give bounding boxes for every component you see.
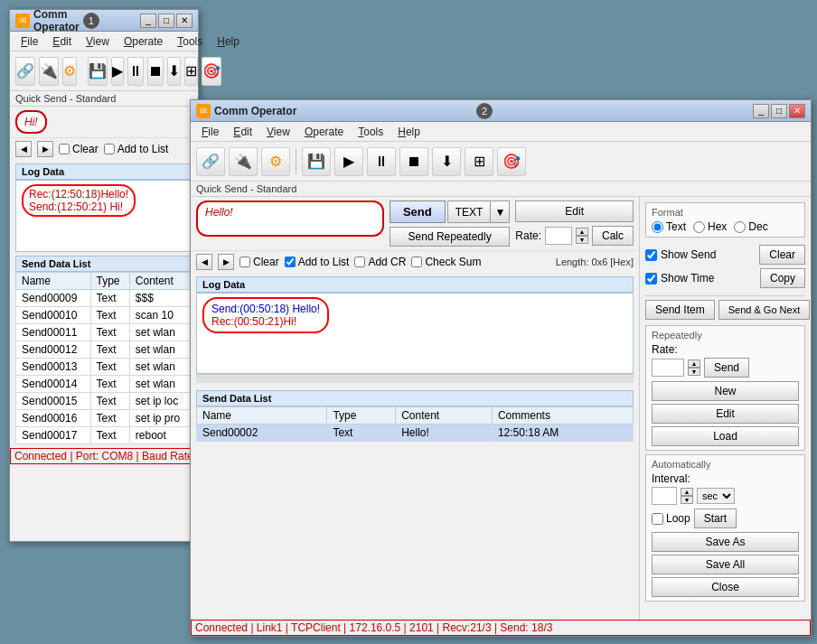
copy-btn-2[interactable]: Copy [760,268,805,288]
send-input-oval-2[interactable]: Hello! [196,201,384,237]
clear-check-2[interactable] [239,257,250,267]
addtolist-check-2[interactable] [285,257,296,267]
clear-checkbox-2[interactable]: Clear [239,256,279,268]
table-row[interactable]: Send00015Textset ip loc [16,393,193,410]
table-row[interactable]: Send00009Text$$$ [16,290,193,307]
send-go-next-btn-2[interactable]: Send & Go Next [718,300,811,320]
checksum-checkbox-2[interactable]: Check Sum [411,256,481,268]
maximize-btn-1[interactable]: □ [158,14,174,28]
tb-open-btn-2[interactable]: 🔗 [196,147,225,176]
menu-help-2[interactable]: Help [390,124,427,140]
calc-btn-2[interactable]: Calc [592,226,634,246]
tb-save-btn-2[interactable]: 💾 [302,147,331,176]
text-radio-2[interactable] [652,221,663,233]
dec-radio-2[interactable] [734,221,746,233]
save-as-btn-2[interactable]: Save As [652,532,799,552]
tb-open-btn-1[interactable]: 🔗 [15,57,35,86]
table-row[interactable]: Send00011Textset wlan [16,324,193,341]
table-row[interactable]: Send00013Textset wlan [16,359,193,376]
tb-close-btn-1[interactable]: 🔌 [39,57,59,86]
tb-grid-btn-2[interactable]: ⊞ [465,147,493,176]
tb-down-btn-1[interactable]: ⬇ [167,57,181,86]
minimize-btn-1[interactable]: _ [140,14,156,28]
send-item-btn-2[interactable]: Send Item [645,300,715,320]
show-send-label-2[interactable]: Show Send [645,248,716,261]
tb-stop-btn-2[interactable]: ⏹ [399,147,428,176]
menu-edit-1[interactable]: Edit [45,33,79,50]
close-btn-1[interactable]: ✕ [176,14,193,28]
rate-up-right-2[interactable]: ▲ [688,359,700,368]
tb-grid-btn-1[interactable]: ⊞ [184,57,198,86]
send-btn-2[interactable]: Send [390,201,446,223]
tb-stop-btn-1[interactable]: ⏹ [147,57,164,86]
table-row[interactable]: Send00010Textscan 10 [16,307,193,324]
dec-radio-label-2[interactable]: Dec [734,220,767,233]
tb-save-btn-1[interactable]: 💾 [88,57,108,86]
text-type-btn-2[interactable]: TEXT [447,201,492,223]
menu-operate-1[interactable]: Operate [117,33,170,50]
send-repeatedly-btn-2[interactable]: Send Repeatedly [390,227,510,247]
addtolist-check-1[interactable] [104,144,115,154]
menu-operate-2[interactable]: Operate [297,124,351,140]
menu-tools-1[interactable]: Tools [170,33,210,50]
start-btn-2[interactable]: Start [694,509,737,528]
checksum-check-2[interactable] [411,257,422,267]
menu-view-1[interactable]: View [79,33,117,50]
loop-label-2[interactable]: Loop [652,512,690,525]
tb-play-btn-2[interactable]: ▶ [334,147,363,176]
hex-radio-label-2[interactable]: Hex [693,220,727,233]
addtolist-checkbox-2[interactable]: Add to List [285,256,350,268]
close-btn-2[interactable]: ✕ [789,104,805,118]
table-row[interactable]: Send00002 Text Hello! 12:50:18 AM [197,425,634,442]
log-scrollbar-h-2[interactable] [196,374,634,383]
addcr-check-2[interactable] [354,257,365,267]
titlebar-2[interactable]: ✉ Comm Operator 2 _ □ ✕ [191,100,811,122]
menu-edit-2[interactable]: Edit [226,124,259,140]
interval-up-2[interactable]: ▲ [681,488,693,496]
show-time-check-2[interactable] [645,273,657,285]
tb-pause-btn-2[interactable]: ⏸ [367,147,396,176]
edit-right-btn-2[interactable]: Edit [652,404,799,424]
rate-down-right-2[interactable]: ▼ [688,368,700,376]
menu-help-1[interactable]: Help [210,33,247,50]
rate-input-right-2[interactable]: 10 [652,359,684,377]
table-row[interactable]: Send00017Textreboot [16,427,193,444]
tb-pause-btn-1[interactable]: ⏸ [127,57,144,86]
text-radio-label-2[interactable]: Text [652,220,686,233]
prev-btn-2[interactable]: ◀ [196,254,212,270]
rate-down-btn-2[interactable]: ▼ [576,236,588,244]
menu-file-2[interactable]: File [194,124,226,140]
load-btn-2[interactable]: Load [652,426,799,446]
tb-settings-btn-1[interactable]: ⚙ [62,57,77,86]
interval-down-2[interactable]: ▼ [681,496,693,504]
menu-view-2[interactable]: View [259,124,297,140]
tb-settings-btn-2[interactable]: ⚙ [261,147,290,176]
next-btn-2[interactable]: ▶ [218,254,234,270]
close-right-btn-2[interactable]: Close [652,577,799,597]
rate-up-btn-2[interactable]: ▲ [576,228,588,236]
menu-file-1[interactable]: File [14,33,45,50]
tb-down-btn-2[interactable]: ⬇ [432,147,461,176]
table-row[interactable]: Send00016Textset ip pro [16,410,193,427]
clear-right-btn-2[interactable]: Clear [759,245,805,265]
addcr-checkbox-2[interactable]: Add CR [354,256,406,268]
show-send-check-2[interactable] [645,249,657,261]
tb-target-btn-2[interactable]: 🎯 [497,147,526,176]
send-rate-btn-2[interactable]: Send [704,358,749,378]
hex-radio-2[interactable] [693,221,705,233]
tb-play-btn-1[interactable]: ▶ [111,57,124,86]
titlebar-1[interactable]: ✉ Comm Operator 1 _ □ ✕ [10,10,198,32]
new-btn-2[interactable]: New [652,381,799,401]
minimize-btn-2[interactable]: _ [753,104,769,118]
maximize-btn-2[interactable]: □ [771,104,787,118]
tb-close-btn-2[interactable]: 🔌 [229,147,258,176]
text-dropdown-arrow-2[interactable]: ▼ [491,201,510,223]
menu-tools-2[interactable]: Tools [351,124,390,140]
show-time-label-2[interactable]: Show Time [645,272,714,285]
save-all-btn-2[interactable]: Save All [652,555,799,574]
clear-check-1[interactable] [59,144,70,154]
tb-target-btn-1[interactable]: 🎯 [202,57,221,86]
rate-input-2[interactable]: 1 [545,227,572,245]
table-row[interactable]: Send00012Textset wlan [16,341,193,359]
edit-btn-2[interactable]: Edit [515,201,634,222]
